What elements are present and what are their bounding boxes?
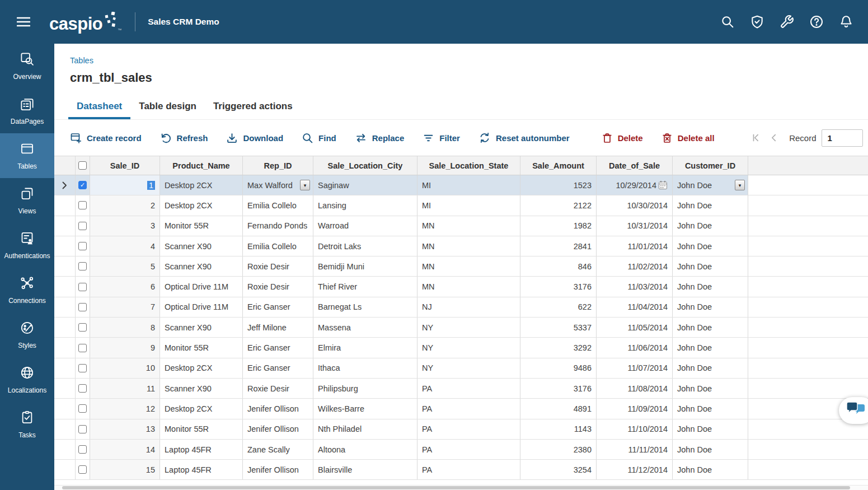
reset-autonumber-button[interactable]: Reset autonumber — [478, 132, 570, 144]
cell-rep[interactable]: Jeff Milone — [243, 318, 313, 337]
cell-customer[interactable]: John Doe — [673, 440, 748, 459]
first-record-icon[interactable] — [751, 133, 761, 143]
cell-id[interactable]: 10 — [90, 358, 160, 378]
cell-id[interactable]: 14 — [90, 440, 160, 459]
tab-table-design[interactable]: Table design — [130, 95, 205, 119]
column-header-date-of-sale[interactable]: Date_of_Sale — [597, 156, 673, 175]
cell-state[interactable]: PA — [417, 440, 520, 459]
cell-id[interactable]: 5 — [90, 256, 160, 276]
cell-date[interactable]: 11/09/2014 — [597, 399, 673, 418]
cell-rep[interactable]: Eric Ganser — [243, 297, 313, 317]
dropdown-button[interactable]: ▾ — [300, 180, 310, 190]
table-row[interactable]: ✓1Desktop 2CXMax Walford▾SaginawMI152310… — [54, 175, 868, 195]
cell-state[interactable]: PA — [417, 419, 520, 439]
cell-amount[interactable]: 2122 — [520, 195, 597, 215]
cell-id[interactable]: 4 — [90, 236, 160, 256]
row-checkbox-cell[interactable] — [76, 236, 90, 256]
cell-city[interactable]: Philipsburg — [313, 379, 417, 398]
cell-date[interactable]: 11/03/2014 — [597, 277, 673, 296]
cell-rep[interactable]: Fernando Ponds — [243, 216, 313, 236]
help-icon[interactable] — [809, 15, 824, 29]
row-checkbox-cell[interactable]: ✓ — [76, 175, 90, 195]
breadcrumb[interactable]: Tables — [70, 56, 868, 65]
sidebar-item-overview[interactable]: Overview — [0, 44, 54, 88]
row-checkbox[interactable] — [78, 262, 87, 270]
cell-date[interactable]: 11/12/2014 — [597, 460, 673, 479]
cell-id[interactable]: 6 — [90, 277, 160, 296]
security-shield-icon[interactable] — [750, 15, 764, 29]
cell-state[interactable]: NJ — [417, 297, 520, 317]
caspio-logo[interactable]: caspio ™ — [49, 12, 121, 32]
cell-product[interactable]: Scanner X90 — [160, 318, 243, 337]
cell-id[interactable]: 7 — [90, 297, 160, 317]
cell-date[interactable]: 11/08/2014 — [597, 379, 673, 398]
refresh-button[interactable]: Refresh — [160, 132, 208, 144]
table-row[interactable]: 4Scanner X90Emilia ColleloDetroit LaksMN… — [54, 236, 868, 256]
table-row[interactable]: 9Monitor 55REric GanserElmiraNY329211/06… — [54, 338, 868, 358]
column-header-product-name[interactable]: Product_Name — [160, 156, 243, 175]
row-checkbox-cell[interactable] — [76, 419, 90, 439]
cell-rep[interactable]: Jenifer Ollison — [243, 460, 313, 479]
cell-date[interactable]: 11/02/2014 — [597, 256, 673, 276]
cell-city[interactable]: Detroit Laks — [313, 236, 417, 256]
cell-product[interactable]: Optical Drive 11M — [160, 297, 243, 317]
delete-button[interactable]: Delete — [602, 132, 643, 144]
cell-rep[interactable]: Roxie Desir — [243, 256, 313, 276]
column-header-sale-location-state[interactable]: Sale_Location_State — [417, 156, 520, 175]
cell-product[interactable]: Desktop 2CX — [160, 195, 243, 215]
search-icon[interactable] — [720, 15, 735, 29]
cell-id[interactable]: 15 — [90, 460, 160, 479]
cell-date[interactable]: 11/07/2014 — [597, 358, 673, 378]
cell-customer[interactable]: John Doe — [673, 256, 748, 276]
horizontal-scrollbar-thumb[interactable] — [62, 486, 850, 489]
chat-widget-button[interactable] — [839, 397, 868, 424]
cell-rep[interactable]: Emilia Collelo — [243, 236, 313, 256]
row-checkbox[interactable] — [78, 201, 87, 209]
cell-product[interactable]: Desktop 2CX — [160, 358, 243, 378]
table-row[interactable]: 11Scanner X90Roxie DesirPhilipsburgPA317… — [54, 379, 868, 399]
sidebar-item-views[interactable]: Views — [0, 178, 54, 223]
row-checkbox[interactable] — [78, 465, 87, 474]
cell-rep[interactable]: Roxie Desir — [243, 379, 313, 398]
cell-date[interactable]: 11/10/2014 — [597, 419, 673, 439]
row-checkbox-cell[interactable] — [76, 440, 90, 459]
create-record-button[interactable]: Create record — [70, 132, 142, 144]
table-row[interactable]: 7Optical Drive 11MEric GanserBarnegat Ls… — [54, 297, 868, 318]
cell-state[interactable]: PA — [417, 379, 520, 398]
row-checkbox-cell[interactable] — [76, 195, 90, 215]
column-header-sale-amount[interactable]: Sale_Amount — [520, 156, 597, 175]
cell-state[interactable]: MN — [417, 277, 520, 296]
row-checkbox-cell[interactable] — [76, 379, 90, 398]
row-checkbox[interactable] — [78, 283, 87, 291]
cell-id[interactable]: 11 — [90, 379, 160, 398]
cell-product[interactable]: Scanner X90 — [160, 379, 243, 398]
cell-amount[interactable]: 1982 — [520, 216, 597, 236]
tab-triggered-actions[interactable]: Triggered actions — [205, 95, 301, 119]
tools-wrench-icon[interactable] — [780, 15, 794, 29]
replace-button[interactable]: Replace — [355, 132, 405, 144]
cell-state[interactable]: MN — [417, 256, 520, 276]
download-button[interactable]: Download — [226, 132, 283, 144]
select-all-checkbox[interactable] — [78, 161, 87, 170]
tab-datasheet[interactable]: Datasheet — [68, 95, 130, 119]
cell-customer[interactable]: John Doe — [673, 297, 748, 317]
filter-button[interactable]: Filter — [423, 132, 460, 144]
cell-amount[interactable]: 846 — [520, 256, 597, 276]
sidebar-item-tasks[interactable]: Tasks — [0, 402, 54, 447]
record-number-input[interactable] — [822, 129, 863, 147]
cell-city[interactable]: Elmira — [313, 338, 417, 357]
cell-product[interactable]: Laptop 45FR — [160, 440, 243, 459]
cell-amount[interactable]: 1143 — [520, 419, 597, 439]
sidebar-item-datapages[interactable]: DataPages — [0, 88, 54, 133]
cell-state[interactable]: PA — [417, 399, 520, 418]
cell-product[interactable]: Laptop 45FR — [160, 460, 243, 479]
cell-id[interactable]: 9 — [90, 338, 160, 357]
cell-date[interactable]: 11/04/2014 — [597, 297, 673, 317]
cell-state[interactable]: MN — [417, 236, 520, 256]
cell-state[interactable]: NY — [417, 358, 520, 378]
cell-rep[interactable]: Zane Scally — [243, 440, 313, 459]
cell-product[interactable]: Optical Drive 11M — [160, 277, 243, 296]
menu-icon[interactable] — [17, 17, 30, 27]
cell-city[interactable]: Blairsville — [313, 460, 417, 479]
cell-city[interactable]: Barnegat Ls — [313, 297, 417, 317]
